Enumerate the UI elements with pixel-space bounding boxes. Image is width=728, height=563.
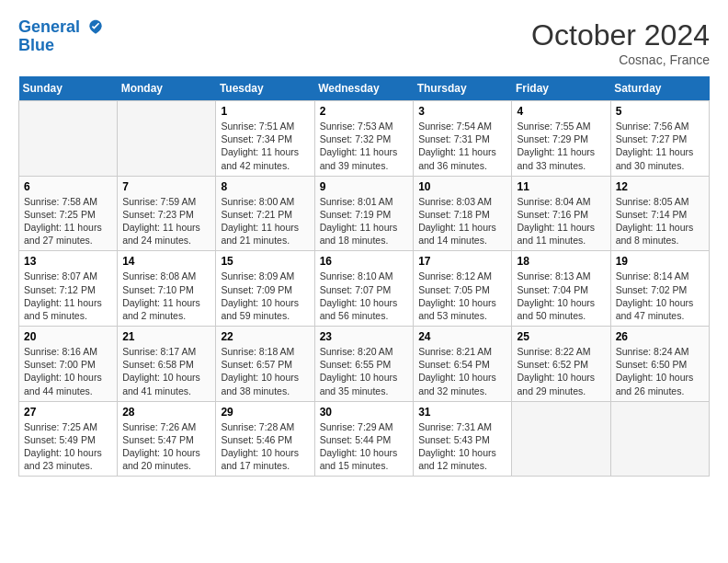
day-cell	[512, 401, 610, 477]
day-info: Sunrise: 7:29 AMSunset: 5:44 PMDaylight:…	[320, 420, 409, 473]
day-cell: 21Sunrise: 8:17 AMSunset: 6:58 PMDayligh…	[118, 327, 216, 402]
day-header-thursday: Thursday	[414, 76, 512, 101]
day-header-wednesday: Wednesday	[314, 76, 414, 101]
day-number: 13	[24, 255, 112, 268]
day-cell: 25Sunrise: 8:22 AMSunset: 6:52 PMDayligh…	[512, 327, 610, 402]
day-number: 26	[616, 330, 704, 343]
location: Cosnac, France	[531, 52, 710, 67]
day-info: Sunrise: 7:25 AMSunset: 5:49 PMDaylight:…	[24, 420, 112, 473]
day-info: Sunrise: 8:17 AMSunset: 6:58 PMDaylight:…	[122, 345, 210, 397]
day-info: Sunrise: 8:16 AMSunset: 7:00 PMDaylight:…	[24, 345, 112, 397]
logo-text2: Blue	[18, 37, 105, 55]
day-number: 22	[221, 330, 309, 343]
day-number: 18	[517, 255, 605, 268]
day-cell: 19Sunrise: 8:14 AMSunset: 7:02 PMDayligh…	[610, 251, 709, 327]
day-number: 2	[320, 105, 409, 118]
day-info: Sunrise: 8:04 AMSunset: 7:16 PMDaylight:…	[517, 195, 605, 247]
day-number: 5	[616, 105, 704, 118]
day-cell: 24Sunrise: 8:21 AMSunset: 6:54 PMDayligh…	[414, 327, 512, 402]
logo: General Blue	[18, 18, 105, 55]
title-block: October 2024 Cosnac, France	[531, 18, 710, 67]
day-number: 16	[320, 255, 409, 268]
day-number: 10	[418, 180, 506, 193]
day-cell: 9Sunrise: 8:01 AMSunset: 7:19 PMDaylight…	[314, 176, 414, 251]
day-cell: 16Sunrise: 8:10 AMSunset: 7:07 PMDayligh…	[314, 251, 414, 327]
day-header-monday: Monday	[118, 76, 216, 101]
header-row: SundayMondayTuesdayWednesdayThursdayFrid…	[19, 76, 710, 101]
day-info: Sunrise: 8:13 AMSunset: 7:04 PMDaylight:…	[517, 270, 605, 322]
day-cell: 2Sunrise: 7:53 AMSunset: 7:32 PMDaylight…	[314, 101, 414, 177]
week-row-5: 27Sunrise: 7:25 AMSunset: 5:49 PMDayligh…	[19, 401, 710, 477]
day-info: Sunrise: 8:12 AMSunset: 7:05 PMDaylight:…	[418, 270, 506, 322]
day-info: Sunrise: 8:22 AMSunset: 6:52 PMDaylight:…	[517, 345, 605, 397]
day-info: Sunrise: 7:59 AMSunset: 7:23 PMDaylight:…	[122, 195, 210, 247]
day-info: Sunrise: 8:08 AMSunset: 7:10 PMDaylight:…	[122, 270, 210, 322]
day-number: 23	[320, 330, 409, 343]
day-cell: 27Sunrise: 7:25 AMSunset: 5:49 PMDayligh…	[19, 401, 118, 477]
day-number: 29	[221, 406, 309, 419]
day-cell: 20Sunrise: 8:16 AMSunset: 7:00 PMDayligh…	[19, 327, 118, 402]
day-number: 14	[122, 255, 210, 268]
day-cell: 5Sunrise: 7:56 AMSunset: 7:27 PMDaylight…	[610, 101, 709, 177]
day-info: Sunrise: 7:54 AMSunset: 7:31 PMDaylight:…	[418, 120, 506, 172]
day-number: 20	[24, 330, 112, 343]
day-cell: 6Sunrise: 7:58 AMSunset: 7:25 PMDaylight…	[19, 176, 118, 251]
day-number: 28	[122, 406, 210, 419]
day-number: 24	[418, 330, 506, 343]
day-cell: 26Sunrise: 8:24 AMSunset: 6:50 PMDayligh…	[610, 327, 709, 402]
day-info: Sunrise: 8:10 AMSunset: 7:07 PMDaylight:…	[320, 270, 409, 322]
day-info: Sunrise: 8:20 AMSunset: 6:55 PMDaylight:…	[320, 345, 409, 397]
day-number: 9	[320, 180, 409, 193]
day-cell	[118, 101, 216, 177]
day-cell: 3Sunrise: 7:54 AMSunset: 7:31 PMDaylight…	[414, 101, 512, 177]
day-cell: 1Sunrise: 7:51 AMSunset: 7:34 PMDaylight…	[216, 101, 314, 177]
day-info: Sunrise: 8:18 AMSunset: 6:57 PMDaylight:…	[221, 345, 309, 397]
day-info: Sunrise: 8:14 AMSunset: 7:02 PMDaylight:…	[616, 270, 704, 322]
day-number: 31	[418, 406, 506, 419]
day-cell: 8Sunrise: 8:00 AMSunset: 7:21 PMDaylight…	[216, 176, 314, 251]
day-cell: 28Sunrise: 7:26 AMSunset: 5:47 PMDayligh…	[118, 401, 216, 477]
day-number: 6	[24, 180, 112, 193]
day-header-saturday: Saturday	[610, 76, 709, 101]
day-info: Sunrise: 8:21 AMSunset: 6:54 PMDaylight:…	[418, 345, 506, 397]
day-number: 7	[122, 180, 210, 193]
day-number: 30	[320, 406, 409, 419]
day-info: Sunrise: 8:00 AMSunset: 7:21 PMDaylight:…	[221, 195, 309, 247]
day-cell: 23Sunrise: 8:20 AMSunset: 6:55 PMDayligh…	[314, 327, 414, 402]
day-number: 12	[616, 180, 704, 193]
day-info: Sunrise: 7:55 AMSunset: 7:29 PMDaylight:…	[517, 120, 605, 172]
day-cell: 17Sunrise: 8:12 AMSunset: 7:05 PMDayligh…	[414, 251, 512, 327]
day-info: Sunrise: 7:51 AMSunset: 7:34 PMDaylight:…	[221, 120, 309, 172]
day-number: 15	[221, 255, 309, 268]
day-header-friday: Friday	[512, 76, 610, 101]
day-info: Sunrise: 7:53 AMSunset: 7:32 PMDaylight:…	[320, 120, 409, 172]
day-cell: 10Sunrise: 8:03 AMSunset: 7:18 PMDayligh…	[414, 176, 512, 251]
day-info: Sunrise: 8:05 AMSunset: 7:14 PMDaylight:…	[616, 195, 704, 247]
day-number: 17	[418, 255, 506, 268]
week-row-4: 20Sunrise: 8:16 AMSunset: 7:00 PMDayligh…	[19, 327, 710, 402]
day-info: Sunrise: 7:58 AMSunset: 7:25 PMDaylight:…	[24, 195, 112, 247]
day-cell: 7Sunrise: 7:59 AMSunset: 7:23 PMDaylight…	[118, 176, 216, 251]
day-cell: 11Sunrise: 8:04 AMSunset: 7:16 PMDayligh…	[512, 176, 610, 251]
day-header-tuesday: Tuesday	[216, 76, 314, 101]
page-header: General Blue October 2024 Cosnac, France	[18, 18, 710, 67]
day-number: 8	[221, 180, 309, 193]
day-number: 25	[517, 330, 605, 343]
day-cell: 13Sunrise: 8:07 AMSunset: 7:12 PMDayligh…	[19, 251, 118, 327]
day-header-sunday: Sunday	[19, 76, 118, 101]
day-info: Sunrise: 8:09 AMSunset: 7:09 PMDaylight:…	[221, 270, 309, 322]
day-number: 11	[517, 180, 605, 193]
day-info: Sunrise: 7:28 AMSunset: 5:46 PMDaylight:…	[221, 420, 309, 473]
day-cell: 22Sunrise: 8:18 AMSunset: 6:57 PMDayligh…	[216, 327, 314, 402]
day-number: 3	[418, 105, 506, 118]
calendar-table: SundayMondayTuesdayWednesdayThursdayFrid…	[18, 76, 710, 477]
day-info: Sunrise: 7:31 AMSunset: 5:43 PMDaylight:…	[418, 420, 506, 473]
day-number: 19	[616, 255, 704, 268]
day-cell: 18Sunrise: 8:13 AMSunset: 7:04 PMDayligh…	[512, 251, 610, 327]
week-row-3: 13Sunrise: 8:07 AMSunset: 7:12 PMDayligh…	[19, 251, 710, 327]
day-cell: 15Sunrise: 8:09 AMSunset: 7:09 PMDayligh…	[216, 251, 314, 327]
day-cell: 4Sunrise: 7:55 AMSunset: 7:29 PMDaylight…	[512, 101, 610, 177]
day-number: 1	[221, 105, 309, 118]
day-cell	[610, 401, 709, 477]
day-info: Sunrise: 8:24 AMSunset: 6:50 PMDaylight:…	[616, 345, 704, 397]
